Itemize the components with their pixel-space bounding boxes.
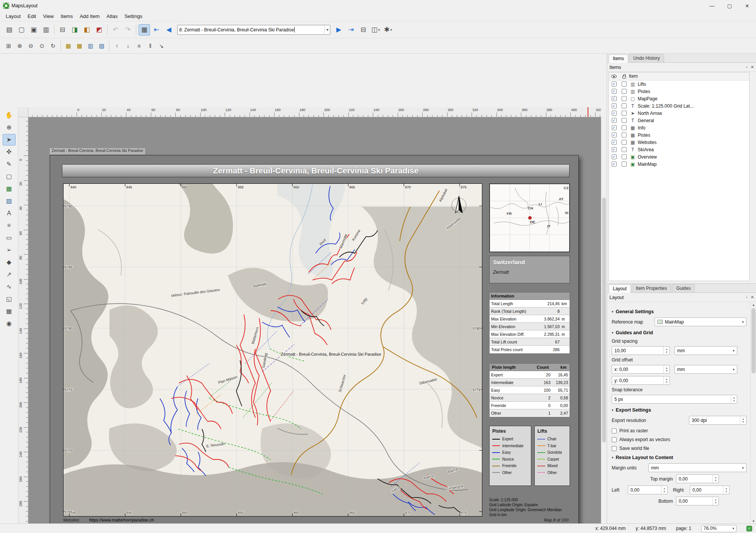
spin-arrows-icon[interactable]: ▴▾ bbox=[740, 416, 746, 424]
close-icon[interactable]: ✕ bbox=[751, 65, 754, 70]
visibility-checkbox[interactable]: ✓ bbox=[612, 132, 617, 137]
export-atlas-icon[interactable]: ◫▾ bbox=[370, 24, 382, 36]
atlas-previous-icon[interactable]: ◀ bbox=[163, 24, 175, 36]
section-general-settings[interactable]: ▾ General Settings bbox=[612, 309, 746, 314]
websites-item[interactable]: Websites: https://www.matterhornparadise… bbox=[63, 518, 154, 522]
spin-arrows-icon[interactable]: ▴▾ bbox=[712, 475, 718, 483]
undock-icon[interactable]: ▫ bbox=[746, 295, 748, 300]
refresh-view-icon[interactable]: ↻ bbox=[48, 41, 58, 51]
item-row[interactable]: ✓▦Info bbox=[609, 124, 749, 131]
scroll-up-icon[interactable]: ▲ bbox=[751, 302, 756, 307]
visibility-checkbox[interactable]: ✓ bbox=[612, 154, 617, 159]
export-pdf-icon[interactable]: ◩ bbox=[93, 24, 105, 36]
add-scalebar-icon[interactable]: ▭ bbox=[3, 232, 16, 244]
snap-grid-icon[interactable]: ▩ bbox=[74, 41, 85, 51]
spin-arrows-icon[interactable]: ▴▾ bbox=[663, 347, 669, 355]
add-label-icon[interactable]: A bbox=[3, 208, 16, 219]
lock-checkbox[interactable] bbox=[622, 140, 627, 145]
zoom-full-icon[interactable]: ⊞ bbox=[3, 41, 14, 51]
atlas-settings-icon[interactable]: ✱▾ bbox=[382, 24, 394, 36]
grid-spacing-input[interactable]: 10,00 ▴▾ bbox=[612, 346, 670, 355]
add-map-icon[interactable]: ▦ bbox=[3, 183, 16, 195]
atlas-feature-combobox[interactable]: 8: Zermatt - Breuil-Cervinia, Breuil-Cer… bbox=[177, 25, 330, 35]
lock-checkbox[interactable] bbox=[622, 118, 627, 123]
scale-text-item[interactable]: Scale: 1:125.000Grid Latitude Origin: Eq… bbox=[489, 497, 562, 517]
lower-items-icon[interactable]: ↓ bbox=[123, 41, 133, 51]
menu-layout[interactable]: Layout bbox=[2, 12, 24, 20]
main-map-item[interactable]: AlphubelAllalinpassKummeMarmotteRiedTrif… bbox=[63, 183, 482, 517]
select-move-item-icon[interactable]: ➤ bbox=[3, 134, 16, 146]
tab-guides[interactable]: Guides bbox=[672, 284, 695, 293]
spin-arrows-icon[interactable]: ▴▾ bbox=[661, 486, 667, 494]
lock-checkbox[interactable] bbox=[622, 111, 627, 116]
left-margin-input[interactable]: 0,00 ▴▾ bbox=[628, 486, 668, 494]
maximize-button[interactable]: ▢ bbox=[721, 0, 738, 11]
grid-offset-y-input[interactable]: y: 0,00 ▴▾ bbox=[612, 376, 670, 385]
visibility-checkbox[interactable]: ✓ bbox=[612, 82, 617, 87]
raise-items-icon[interactable]: ↑ bbox=[112, 41, 122, 51]
zoom-level-combobox[interactable]: 76.0% ▾ bbox=[701, 525, 736, 532]
show-grid-icon[interactable]: ▦ bbox=[63, 41, 73, 51]
zoom-out-icon[interactable]: ⊖ bbox=[26, 41, 36, 51]
visibility-checkbox[interactable]: ✓ bbox=[612, 162, 617, 167]
spin-arrows-icon[interactable]: ▴▾ bbox=[663, 365, 669, 373]
spin-arrows-icon[interactable]: ▴▾ bbox=[712, 497, 718, 505]
lock-checkbox[interactable] bbox=[622, 125, 627, 130]
export-svg-icon[interactable]: ◧ bbox=[81, 24, 93, 36]
pan-tool-icon[interactable]: ✋ bbox=[3, 110, 16, 121]
zoom-actual-icon[interactable]: ⊙ bbox=[37, 41, 47, 51]
grid-offset-x-input[interactable]: x: 0,00 ▴▾ bbox=[612, 365, 670, 374]
add-html-icon[interactable]: ◱ bbox=[3, 293, 16, 305]
export-resolution-input[interactable]: 300 dpi ▴▾ bbox=[689, 416, 746, 425]
pistes-legend-item[interactable]: Pistes ExpertIntermediateEasyNoviceFreer… bbox=[489, 426, 531, 486]
item-row[interactable]: ✓▥Lifts bbox=[609, 80, 749, 88]
distribute-items-icon[interactable]: ‖ bbox=[145, 41, 155, 51]
print-atlas-icon[interactable]: ⊟ bbox=[358, 24, 369, 36]
lock-checkbox[interactable] bbox=[622, 89, 627, 94]
log-messages-icon[interactable]: ✓ bbox=[746, 526, 752, 531]
visibility-checkbox[interactable]: ✓ bbox=[612, 96, 617, 101]
region-label-item[interactable]: Switzerland Zermatt bbox=[489, 256, 570, 283]
item-row[interactable]: ✓▣Overview bbox=[609, 153, 749, 160]
visibility-checkbox[interactable]: ✓ bbox=[612, 111, 617, 116]
atlas-preview-icon[interactable]: ▦ bbox=[139, 24, 150, 36]
move-item-content-icon[interactable]: ✜ bbox=[3, 146, 16, 158]
close-button[interactable]: ✕ bbox=[738, 0, 756, 11]
layout-manager-icon[interactable]: ▥ bbox=[40, 24, 52, 36]
right-margin-input[interactable]: 0,00 ▴▾ bbox=[690, 486, 730, 494]
export-image-icon[interactable]: ◨ bbox=[69, 24, 80, 36]
lock-checkbox[interactable] bbox=[622, 103, 627, 108]
new-layout-icon[interactable]: ▢ bbox=[16, 24, 27, 36]
atlas-next-icon[interactable]: ▶ bbox=[333, 24, 345, 36]
page-title-label[interactable]: Zermatt - Breuil-Cervinia, Breuil-Cervin… bbox=[62, 164, 570, 177]
close-icon[interactable]: ✕ bbox=[751, 295, 754, 300]
add-page-icon[interactable]: ▢ bbox=[3, 171, 16, 182]
section-guides-grid[interactable]: ▾ Guides and Grid bbox=[612, 330, 746, 335]
menu-atlas[interactable]: Atlas bbox=[103, 12, 121, 20]
add-picture-icon[interactable]: ▨ bbox=[3, 195, 16, 207]
panel-vertical-scrollbar[interactable]: ▲ ▼ bbox=[750, 302, 756, 524]
lock-checkbox[interactable] bbox=[622, 132, 627, 137]
visibility-checkbox[interactable]: ✓ bbox=[612, 147, 617, 152]
section-export-settings[interactable]: ▾ Export Settings bbox=[612, 407, 746, 413]
visibility-checkbox[interactable]: ✓ bbox=[612, 103, 617, 108]
piste-table-item[interactable]: Piste lengthCountkm Expert2016,45Interme… bbox=[489, 363, 570, 417]
scroll-down-icon[interactable]: ▼ bbox=[751, 518, 756, 524]
item-row[interactable]: ✓▦Pistes bbox=[609, 131, 749, 139]
info-table-item[interactable]: Information Total Length214,45kmRank (To… bbox=[489, 292, 570, 354]
lock-checkbox[interactable] bbox=[622, 162, 627, 167]
item-row[interactable]: ✓➤North Arrow bbox=[609, 110, 749, 117]
lifts-legend-item[interactable]: Lifts ChairT-barGondolaCarpetMixedOther bbox=[534, 426, 570, 486]
visibility-checkbox[interactable]: ✓ bbox=[612, 125, 617, 130]
add-legend-icon[interactable]: ≡ bbox=[3, 220, 16, 231]
visibility-checkbox[interactable]: ✓ bbox=[612, 118, 617, 123]
canvas-vertical-scrollbar[interactable] bbox=[601, 117, 607, 533]
tab-items[interactable]: Items bbox=[609, 54, 628, 63]
atlas-first-icon[interactable]: ⇤ bbox=[151, 24, 162, 36]
margin-units-combobox[interactable]: mm ▾ bbox=[648, 463, 746, 472]
item-row[interactable]: ✓TSkiArea bbox=[609, 146, 749, 153]
reference-map-combobox[interactable]: MainMap ▾ bbox=[655, 317, 746, 326]
snap-tolerance-input[interactable]: 5 px ▴▾ bbox=[612, 395, 737, 404]
spin-arrows-icon[interactable]: ▴▾ bbox=[731, 395, 737, 403]
add-arrow-icon[interactable]: ↗ bbox=[3, 269, 16, 280]
